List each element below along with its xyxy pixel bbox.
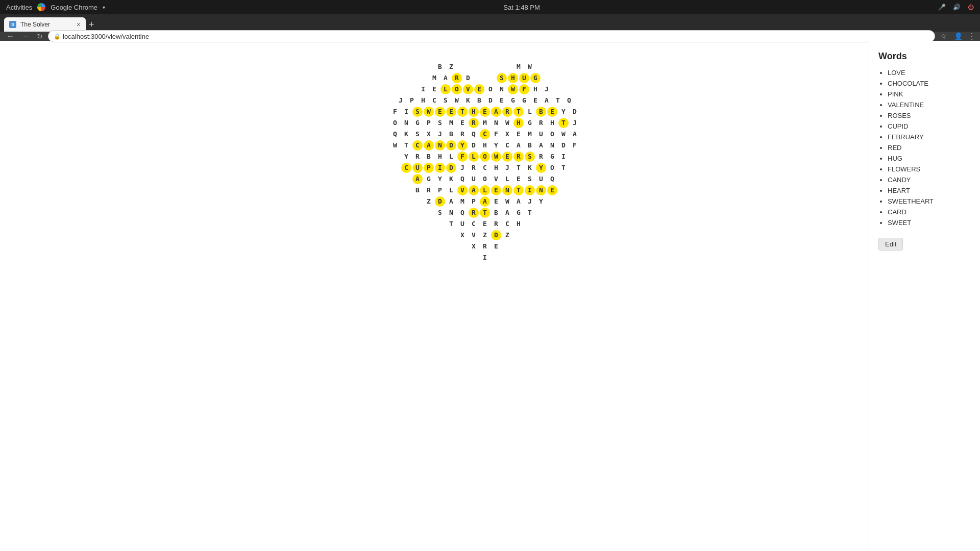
grid-cell[interactable]: N — [401, 118, 411, 128]
grid-cell[interactable]: I — [435, 163, 445, 173]
grid-cell[interactable]: T — [525, 208, 535, 218]
grid-cell[interactable]: L — [525, 107, 535, 117]
grid-cell[interactable]: Z — [502, 230, 512, 240]
grid-cell[interactable]: N — [446, 208, 456, 218]
grid-cell[interactable]: M — [457, 196, 468, 207]
grid-cell[interactable]: H — [418, 95, 428, 106]
grid-cell[interactable]: W — [491, 152, 501, 162]
grid-cell[interactable]: R — [491, 219, 501, 229]
grid-cell[interactable]: W — [508, 84, 518, 94]
grid-cell[interactable]: D — [570, 107, 580, 117]
grid-cell[interactable]: Y — [401, 152, 411, 162]
grid-cell[interactable]: S — [525, 174, 535, 184]
grid-cell[interactable]: P — [407, 95, 417, 106]
grid-cell[interactable]: D — [446, 140, 456, 151]
grid-cell[interactable]: R — [424, 185, 434, 195]
grid-cell[interactable]: P — [469, 196, 479, 207]
grid-cell[interactable]: C — [401, 163, 411, 173]
grid-cell[interactable]: Q — [390, 129, 400, 139]
reload-button[interactable]: ↻ — [35, 31, 45, 41]
grid-cell[interactable]: R — [480, 241, 490, 252]
grid-cell[interactable]: K — [401, 129, 411, 139]
grid-cell[interactable]: N — [536, 185, 546, 195]
grid-cell[interactable]: S — [412, 129, 423, 139]
grid-cell[interactable]: E — [502, 152, 512, 162]
grid-cell[interactable]: D — [485, 95, 496, 106]
grid-cell[interactable]: W — [424, 107, 434, 117]
grid-cell[interactable]: C — [429, 95, 439, 106]
grid-cell[interactable]: G — [513, 208, 524, 218]
grid-cell[interactable]: R — [457, 129, 468, 139]
grid-cell[interactable]: A — [480, 196, 490, 207]
grid-cell[interactable]: T — [558, 163, 569, 173]
grid-cell[interactable]: C — [502, 219, 512, 229]
grid-cell[interactable]: W — [390, 140, 400, 151]
grid-cell[interactable]: C — [480, 129, 490, 139]
grid-cell[interactable]: B — [536, 107, 546, 117]
grid-cell[interactable]: E — [429, 84, 439, 94]
grid-cell[interactable]: R — [536, 118, 546, 128]
grid-cell[interactable]: F — [570, 140, 580, 151]
grid-cell[interactable] — [480, 62, 490, 72]
grid-cell[interactable]: Y — [558, 107, 569, 117]
grid-cell[interactable]: U — [412, 163, 423, 173]
grid-cell[interactable]: S — [412, 107, 423, 117]
grid-cell[interactable]: R — [502, 107, 512, 117]
grid-cell[interactable]: D — [446, 163, 456, 173]
activities-label[interactable]: Activities — [6, 4, 32, 11]
grid-cell[interactable] — [469, 62, 479, 72]
grid-cell[interactable]: B — [412, 185, 423, 195]
grid-cell[interactable]: S — [440, 95, 451, 106]
grid-cell[interactable]: N — [491, 118, 501, 128]
grid-cell[interactable]: A — [513, 196, 524, 207]
grid-cell[interactable]: O — [547, 129, 557, 139]
grid-cell[interactable]: T — [513, 185, 524, 195]
grid-cell[interactable]: E — [547, 185, 557, 195]
grid-cell[interactable]: O — [485, 84, 496, 94]
grid-cell[interactable]: M — [525, 129, 535, 139]
grid-cell[interactable]: I — [480, 253, 490, 263]
grid-cell[interactable]: L — [446, 185, 456, 195]
grid-cell[interactable]: A — [502, 208, 512, 218]
grid-cell[interactable]: A — [424, 140, 434, 151]
grid-cell[interactable]: P — [424, 118, 434, 128]
grid-cell[interactable]: A — [446, 196, 456, 207]
grid-cell[interactable]: D — [469, 140, 479, 151]
grid-cell[interactable]: F — [390, 107, 400, 117]
grid-cell[interactable]: H — [480, 140, 490, 151]
grid-cell[interactable]: B — [474, 95, 484, 106]
grid-cell[interactable]: W — [502, 196, 512, 207]
grid-cell[interactable]: N — [497, 84, 507, 94]
grid-cell[interactable]: E — [435, 107, 445, 117]
grid-cell[interactable]: W — [558, 129, 569, 139]
grid-cell[interactable]: K — [525, 163, 535, 173]
grid-cell[interactable]: E — [474, 84, 484, 94]
grid-cell[interactable]: W — [502, 118, 512, 128]
grid-cell[interactable]: F — [519, 84, 529, 94]
grid-cell[interactable] — [485, 73, 496, 83]
grid-cell[interactable]: M — [429, 73, 439, 83]
grid-cell[interactable]: H — [469, 107, 479, 117]
grid-cell[interactable]: H — [547, 118, 557, 128]
grid-cell[interactable]: E — [491, 185, 501, 195]
grid-cell[interactable]: V — [457, 185, 468, 195]
grid-cell[interactable]: T — [446, 219, 456, 229]
grid-cell[interactable]: L — [446, 152, 456, 162]
profile-icon[interactable]: 👤 — [952, 31, 965, 41]
grid-cell[interactable]: Z — [424, 196, 434, 207]
grid-cell[interactable]: E — [497, 95, 507, 106]
edit-button[interactable]: Edit — [878, 238, 903, 251]
grid-cell[interactable]: A — [440, 73, 451, 83]
grid-cell[interactable]: B — [446, 129, 456, 139]
grid-cell[interactable]: R — [469, 163, 479, 173]
grid-cell[interactable]: T — [558, 118, 569, 128]
grid-cell[interactable]: E — [513, 129, 524, 139]
grid-cell[interactable]: E — [513, 174, 524, 184]
grid-cell[interactable]: Q — [457, 208, 468, 218]
grid-cell[interactable]: O — [480, 152, 490, 162]
grid-cell[interactable]: I — [525, 185, 535, 195]
grid-cell[interactable]: B — [491, 208, 501, 218]
grid-cell[interactable]: G — [525, 118, 535, 128]
grid-cell[interactable]: T — [513, 163, 524, 173]
grid-cell[interactable]: A — [469, 185, 479, 195]
